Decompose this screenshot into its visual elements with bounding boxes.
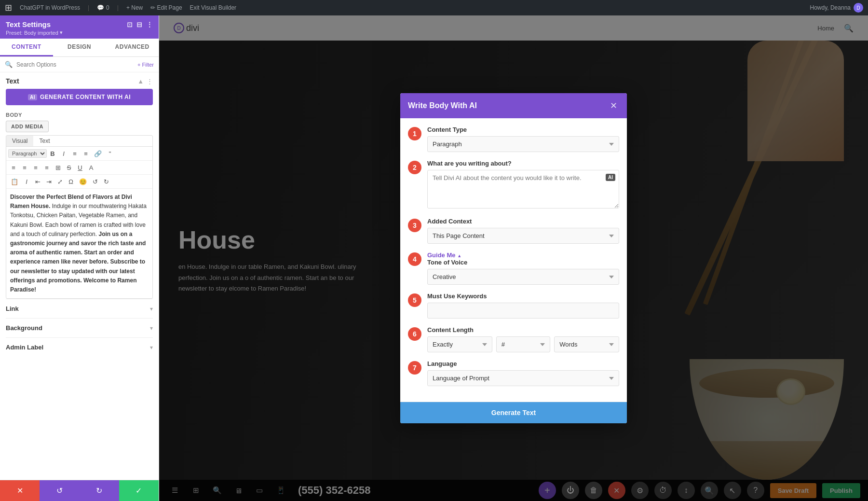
undo-editor-button[interactable]: ↺ <box>90 176 100 187</box>
underline-button[interactable]: U <box>75 162 85 173</box>
step-6-number: 6 <box>408 327 421 341</box>
undo-button[interactable]: ↺ <box>40 480 79 501</box>
paste-button[interactable]: 📋 <box>8 176 21 187</box>
modal-close-button[interactable]: ✕ <box>608 100 619 111</box>
preset-chevron-icon: ▾ <box>60 29 63 36</box>
align-center-button[interactable]: ≡ <box>19 162 30 173</box>
keywords-input[interactable] <box>427 303 619 319</box>
admin-edit-page[interactable]: ✏ Edit Page <box>150 4 182 11</box>
panel-content: Text ▲ ⋮ AI Generate Content With AI Bod… <box>0 72 159 480</box>
step-7-row: 7 Language Language of Prompt English Sp… <box>408 360 619 386</box>
wp-logo-icon[interactable]: ⊞ <box>5 2 12 13</box>
ai-modal: Write Body With AI ✕ 1 Content Type Para… <box>400 93 627 423</box>
table-button[interactable]: ⊞ <box>53 162 63 173</box>
text-section-title: Text <box>6 77 19 85</box>
align-right-button[interactable]: ≡ <box>30 162 41 173</box>
special-char-button[interactable]: Ω <box>66 176 76 187</box>
tab-text[interactable]: Text <box>33 136 55 146</box>
step-3-label: Added Context <box>427 218 619 225</box>
filter-button[interactable]: + Filter <box>137 62 154 68</box>
panel-bottom: ✕ ↺ ↻ ✓ <box>0 480 159 501</box>
color-button[interactable]: A <box>86 162 96 173</box>
admin-label-chevron-icon: ▾ <box>150 344 153 351</box>
italic-button[interactable]: I <box>58 148 69 159</box>
tab-visual[interactable]: Visual <box>6 136 33 146</box>
admin-label-text: Admin Label <box>6 344 43 351</box>
right-side: D divi Home 🔍 <box>159 15 868 501</box>
step-5-number: 5 <box>408 293 421 307</box>
body-label: Body <box>6 112 153 118</box>
redo-editor-button[interactable]: ↻ <box>101 176 111 187</box>
settings-header-menu-icon[interactable]: ⋮ <box>146 21 153 28</box>
background-label: Background <box>6 324 42 332</box>
length-number-select[interactable]: # 10 25 50 100 200 <box>496 336 550 352</box>
search-row: 🔍 + Filter <box>0 57 159 72</box>
add-media-button[interactable]: ADD MEDIA <box>6 121 49 132</box>
step-3-number: 3 <box>408 219 421 232</box>
admin-new-button[interactable]: + New <box>126 4 143 11</box>
text-section-toggle[interactable]: ▲ ⋮ <box>137 78 153 85</box>
admin-label-section: Admin Label ▾ <box>6 337 153 357</box>
step-1-label: Content Type <box>427 126 619 133</box>
step-6-row: 6 Content Length Exactly About At least … <box>408 326 619 352</box>
length-words-select[interactable]: Words Sentences Paragraphs <box>554 336 619 352</box>
language-select[interactable]: Language of Prompt English Spanish Frenc… <box>427 370 619 386</box>
chevron-up-icon: ▲ <box>137 78 144 85</box>
tab-design[interactable]: Design <box>53 39 106 56</box>
expand-button[interactable]: ⤢ <box>54 176 65 187</box>
step-4-number: 4 <box>408 252 421 266</box>
blockquote-button[interactable]: " <box>105 148 115 159</box>
cancel-button[interactable]: ✕ <box>0 480 40 501</box>
tab-advanced[interactable]: Advanced <box>106 39 159 56</box>
step-4-row: 4 Guide Me ▲ Tone of Voice Creative Prof… <box>408 251 619 285</box>
ul-button[interactable]: ≡ <box>69 148 80 159</box>
settings-header-icon-1[interactable]: ⊡ <box>127 21 133 28</box>
modal-overlay[interactable]: Write Body With AI ✕ 1 Content Type Para… <box>159 15 868 501</box>
ai-badge: AI <box>28 94 37 100</box>
body-text-content[interactable]: Discover the Perfect Blend of Flavors at… <box>6 189 152 298</box>
format-button[interactable]: I <box>21 176 32 187</box>
settings-header: Text Settings ⊡ ⊟ ⋮ Preset: Body importe… <box>0 15 159 39</box>
admin-comment-icon[interactable]: 💬 0 <box>97 4 109 11</box>
generate-text-button[interactable]: Generate Text <box>400 402 627 423</box>
paragraph-select[interactable]: Paragraph <box>8 149 47 158</box>
outdent-button[interactable]: ⇥ <box>43 176 54 187</box>
ol-button[interactable]: ≡ <box>81 148 91 159</box>
bold-button[interactable]: B <box>47 148 58 159</box>
background-section: Background ▾ <box>6 318 153 337</box>
link-chevron-icon: ▾ <box>150 306 153 312</box>
indent-button[interactable]: ⇤ <box>32 176 43 187</box>
writing-about-textarea[interactable] <box>427 170 619 209</box>
content-type-select[interactable]: Paragraph Heading List Quote <box>427 136 619 152</box>
settings-header-icon-2[interactable]: ⊟ <box>136 21 142 28</box>
link-section-toggle[interactable]: Link ▾ <box>6 304 153 313</box>
align-left-button[interactable]: ≡ <box>8 162 19 173</box>
guide-me-link[interactable]: Guide Me <box>427 251 456 259</box>
redo-button[interactable]: ↻ <box>80 480 119 501</box>
step-5-label: Must Use Keywords <box>427 292 619 300</box>
tone-of-voice-select[interactable]: Creative Professional Casual Formal Humo… <box>427 269 619 285</box>
link-label: Link <box>6 305 19 312</box>
generate-content-ai-button[interactable]: AI Generate Content With AI <box>6 89 153 105</box>
modal-title: Write Body With AI <box>408 101 477 110</box>
admin-site-name[interactable]: ChatGPT in WordPress <box>20 4 80 11</box>
admin-howdy: Howdy, Deanna D <box>810 3 864 13</box>
admin-label-toggle[interactable]: Admin Label ▾ <box>6 343 153 352</box>
link-section: Link ▾ <box>6 299 153 318</box>
link-button[interactable]: 🔗 <box>92 148 104 159</box>
step-1-number: 1 <box>408 127 421 140</box>
strikethrough-button[interactable]: S <box>64 162 74 173</box>
emoji-button[interactable]: 😊 <box>77 176 89 187</box>
align-justify-button[interactable]: ≡ <box>41 162 52 173</box>
added-context-select[interactable]: This Page Content No Context Custom Cont… <box>427 228 619 244</box>
text-section-header: Text ▲ ⋮ <box>6 77 153 85</box>
background-section-toggle[interactable]: Background ▾ <box>6 323 153 333</box>
tab-content[interactable]: Content <box>0 39 53 56</box>
search-input[interactable] <box>16 61 134 68</box>
confirm-button[interactable]: ✓ <box>119 480 159 501</box>
admin-exit-vb[interactable]: Exit Visual Builder <box>190 4 237 11</box>
background-chevron-icon: ▾ <box>150 325 153 332</box>
length-exactly-select[interactable]: Exactly About At least At most <box>427 336 492 352</box>
step-7-label: Language <box>427 360 619 367</box>
guide-me-arrow-icon: ▲ <box>457 253 461 258</box>
